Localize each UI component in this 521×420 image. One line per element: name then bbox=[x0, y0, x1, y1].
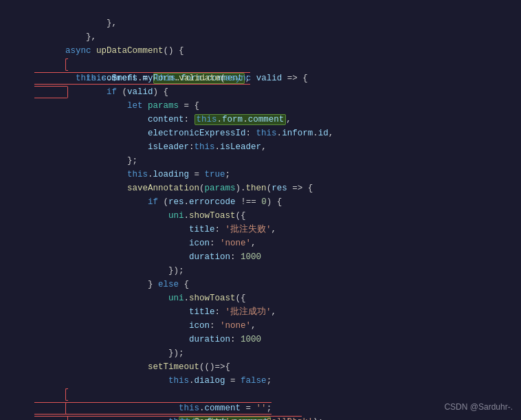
watermark: CSDN @Sarduhr-. bbox=[444, 402, 513, 412]
code-line-5: this.$refs.myForm.validate(async valid =… bbox=[34, 58, 521, 71]
code-editor: }, }, async upDataComment() { this.comme… bbox=[0, 0, 521, 420]
code-line-1: }, bbox=[34, 3, 521, 16]
code-content: }, }, async upDataComment() { this.comme… bbox=[29, 3, 521, 420]
code-line-3: async upDataComment() { bbox=[34, 30, 521, 44]
code-line-29: this.form.comment = ''; bbox=[34, 388, 521, 401]
